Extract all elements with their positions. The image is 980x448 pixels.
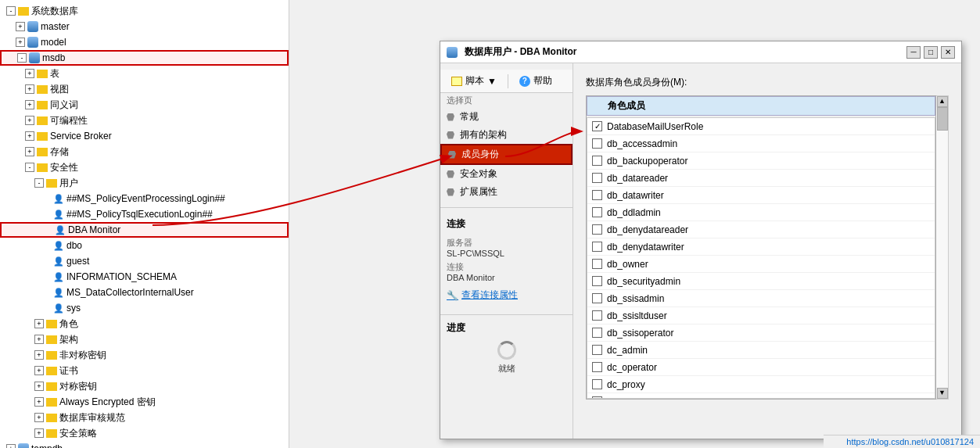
role-list-scrollbar[interactable]: ▲ ▼: [936, 95, 949, 400]
expander-icon[interactable]: +: [6, 444, 16, 448]
role-checkbox[interactable]: [592, 190, 602, 200]
sidebar-item-ext-props[interactable]: 扩展属性: [440, 183, 573, 201]
role-checkbox[interactable]: [592, 379, 602, 389]
role-item-db-ssisltduser[interactable]: db_ssisltduser: [587, 307, 935, 324]
expander-icon[interactable]: +: [25, 100, 34, 109]
sidebar-item-owned-schema[interactable]: 拥有的架构: [440, 126, 573, 144]
tree-item-guest[interactable]: 👤 guest: [0, 253, 289, 269]
expander-icon[interactable]: +: [34, 366, 44, 375]
tree-item-角色[interactable]: + 角色: [0, 316, 289, 332]
role-item-db-accessadmin[interactable]: db_accessadmin: [587, 135, 935, 152]
expander-icon[interactable]: +: [25, 69, 34, 78]
expander-icon[interactable]: +: [16, 38, 25, 47]
tree-item-sys[interactable]: 👤 sys: [0, 300, 289, 316]
script-dropdown-icon[interactable]: ▼: [487, 76, 497, 87]
role-checkbox[interactable]: [592, 207, 602, 217]
tree-item-tempdb[interactable]: + tempdb: [0, 441, 289, 448]
expander-icon[interactable]: +: [34, 319, 44, 328]
role-item-policy-admin[interactable]: PolicyAdministratorRole: [587, 393, 935, 399]
role-checkbox[interactable]: [592, 156, 602, 166]
role-checkbox[interactable]: [592, 362, 602, 372]
role-item-dc-proxy[interactable]: dc_proxy: [587, 376, 935, 393]
role-checkbox[interactable]: [592, 293, 602, 303]
role-checkbox[interactable]: [592, 396, 602, 399]
tree-item-架构[interactable]: + 架构: [0, 332, 289, 347]
tree-item-ms-datacollector[interactable]: 👤 MS_DataCollectorInternalUser: [0, 285, 289, 300]
tree-item-ms-policy-event[interactable]: 👤 ##MS_PolicyEventProcessingLogin##: [0, 191, 289, 206]
scroll-thumb[interactable]: [937, 107, 948, 131]
role-checkbox[interactable]: [592, 138, 602, 149]
role-checkbox[interactable]: [592, 259, 602, 269]
expander-icon[interactable]: +: [25, 116, 34, 125]
tree-item-存储[interactable]: + 存储: [0, 144, 289, 159]
role-checkbox[interactable]: [592, 224, 602, 235]
tree-item-安全性[interactable]: - 安全性: [0, 159, 289, 175]
tree-item-系统数据库[interactable]: - 系统数据库: [0, 3, 289, 19]
tree-item-msdb[interactable]: - msdb: [0, 50, 289, 66]
help-button[interactable]: ? 帮助: [515, 73, 557, 89]
tree-item-always-encrypted[interactable]: + Always Encrypted 密钥: [0, 394, 289, 410]
role-item-db-datawriter[interactable]: db_datawriter: [587, 187, 935, 204]
expander-icon[interactable]: -: [34, 178, 44, 188]
role-checkbox[interactable]: [592, 242, 602, 252]
tree-item-同义词[interactable]: + 同义词: [0, 97, 289, 113]
tree-item-db-audit[interactable]: + 数据库审核规范: [0, 410, 289, 425]
role-item-db-ssisadmin[interactable]: db_ssisadmin: [587, 290, 935, 307]
tree-item-对称密钥[interactable]: + 对称密钥: [0, 378, 289, 394]
expander-icon[interactable]: +: [25, 147, 34, 156]
role-item-db-datareader[interactable]: db_datareader: [587, 170, 935, 187]
sidebar-item-membership[interactable]: 成员身份: [440, 144, 573, 165]
role-checkbox[interactable]: [592, 276, 602, 286]
maximize-button[interactable]: □: [924, 46, 938, 59]
role-checkbox[interactable]: [592, 345, 602, 355]
tree-item-dbo[interactable]: 👤 dbo: [0, 238, 289, 253]
tree-item-证书[interactable]: + 证书: [0, 363, 289, 378]
expander-icon[interactable]: +: [25, 131, 34, 141]
role-checkbox[interactable]: [592, 121, 602, 131]
role-item-db-denydatawriter[interactable]: db_denydatawriter: [587, 238, 935, 256]
tree-item-dba-monitor[interactable]: 👤 DBA Monitor: [0, 222, 289, 238]
role-item-dc-admin[interactable]: dc_admin: [587, 342, 935, 359]
expander-icon[interactable]: +: [34, 428, 44, 438]
role-item-db-ddladmin[interactable]: db_ddladmin: [587, 204, 935, 221]
role-item-db-owner[interactable]: db_owner: [587, 256, 935, 273]
tree-item-表[interactable]: + 表: [0, 66, 289, 81]
expander-icon[interactable]: +: [16, 22, 25, 31]
expander-icon[interactable]: +: [25, 84, 34, 94]
scroll-down-button[interactable]: ▼: [937, 388, 948, 399]
tree-item-ms-policy-tsql[interactable]: 👤 ##MS_PolicyTsqlExecutionLogin##: [0, 206, 289, 222]
tree-item-可编程性[interactable]: + 可编程性: [0, 113, 289, 128]
role-item-db-securityadmin[interactable]: db_securityadmin: [587, 273, 935, 290]
role-checkbox[interactable]: [592, 173, 602, 183]
minimize-button[interactable]: ─: [906, 46, 921, 59]
expander-icon[interactable]: -: [25, 163, 34, 172]
view-connection-props-link[interactable]: 🔧 查看连接属性: [447, 289, 566, 302]
expander-icon[interactable]: +: [34, 350, 44, 360]
tree-item-master[interactable]: + master: [0, 19, 289, 34]
expander-icon[interactable]: -: [6, 6, 16, 16]
expander-icon[interactable]: +: [34, 382, 44, 391]
tree-item-service-broker[interactable]: + Service Broker: [0, 128, 289, 144]
role-item-db-denydatareader[interactable]: db_denydatareader: [587, 221, 935, 238]
close-button[interactable]: ✕: [941, 46, 955, 59]
role-item-db-backupoperator[interactable]: db_backupoperator: [587, 152, 935, 170]
role-checkbox[interactable]: [592, 310, 602, 321]
tree-item-security-policy[interactable]: + 安全策略: [0, 425, 289, 441]
tree-item-info-schema[interactable]: 👤 INFORMATION_SCHEMA: [0, 269, 289, 285]
expander-icon[interactable]: +: [34, 397, 44, 407]
expander-icon[interactable]: +: [34, 413, 44, 422]
sidebar-item-secure-objects[interactable]: 安全对象: [440, 165, 573, 183]
role-checkbox[interactable]: [592, 328, 602, 338]
role-item-db-ssisoperator[interactable]: db_ssisoperator: [587, 324, 935, 342]
script-button[interactable]: 脚本 ▼: [447, 73, 501, 89]
tree-item-用户[interactable]: - 用户: [0, 175, 289, 191]
tree-item-视图[interactable]: + 视图: [0, 81, 289, 97]
role-item-DatabaseMailUserRole[interactable]: DatabaseMailUserRole: [587, 118, 935, 135]
role-item-dc-operator[interactable]: dc_operator: [587, 359, 935, 376]
tree-item-非对称密钥[interactable]: + 非对称密钥: [0, 347, 289, 363]
sidebar-item-general[interactable]: 常规: [440, 108, 573, 126]
scroll-up-button[interactable]: ▲: [937, 96, 948, 107]
expander-icon[interactable]: +: [34, 335, 44, 344]
expander-icon[interactable]: -: [17, 53, 27, 63]
tree-item-model[interactable]: + model: [0, 34, 289, 50]
